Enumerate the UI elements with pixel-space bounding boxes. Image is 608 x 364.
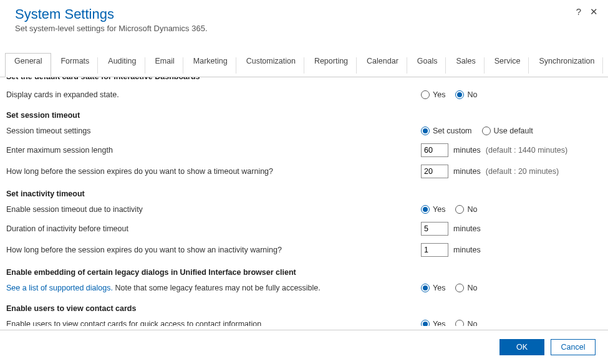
- tab-mobile-client[interactable]: Mobile Client: [604, 53, 608, 77]
- session-max-input[interactable]: [421, 143, 448, 157]
- tab-synchronization[interactable]: Synchronization: [529, 53, 604, 77]
- legacy-no[interactable]: No: [455, 284, 477, 292]
- tab-goals[interactable]: Goals: [408, 53, 447, 77]
- close-icon[interactable]: ✕: [590, 6, 598, 17]
- inactivity-enable-no[interactable]: No: [455, 205, 477, 214]
- inactivity-warn-label: How long before the session expires do y…: [6, 246, 421, 254]
- session-warn-hint: (default : 20 minutes): [486, 167, 559, 176]
- row-session-settings: Session timeout settings Set custom Use …: [6, 122, 602, 140]
- session-settings-radios: Set custom Use default: [421, 127, 539, 135]
- session-max-hint: (default : 1440 minutes): [486, 146, 567, 155]
- tab-general[interactable]: General: [5, 53, 51, 77]
- inactivity-enable-yes[interactable]: Yes: [421, 205, 445, 214]
- display-cards-radios: Yes No: [421, 90, 483, 99]
- legacy-dialogs-note: Note that some legacy features may not b…: [113, 284, 321, 292]
- dialog-footer: OK Cancel: [0, 330, 608, 364]
- inactivity-duration-label: Duration of inactivity before timeout: [6, 224, 421, 233]
- tab-sales[interactable]: Sales: [446, 53, 485, 77]
- section-dashboards-header: Set the default card state for Interacti…: [6, 77, 602, 85]
- display-cards-label: Display cards in expanded state.: [6, 90, 421, 99]
- session-warn-label: How long before the session expires do y…: [6, 167, 421, 176]
- cancel-button[interactable]: Cancel: [551, 339, 596, 355]
- legacy-dialogs-link[interactable]: See a list of supported dialogs.: [6, 284, 113, 292]
- tab-bar: GeneralFormatsAuditingEmailMarketingCust…: [0, 53, 608, 77]
- inactivity-warn-input[interactable]: [421, 243, 448, 257]
- tab-service[interactable]: Service: [485, 53, 530, 77]
- dialog-subtitle: Set system-level settings for Microsoft …: [15, 24, 593, 33]
- ok-button[interactable]: OK: [499, 339, 544, 355]
- row-inactivity-duration: Duration of inactivity before timeout mi…: [6, 218, 602, 239]
- row-inactivity-enable: Enable session timeout due to inactivity…: [6, 201, 602, 218]
- display-cards-yes[interactable]: Yes: [421, 90, 445, 99]
- row-session-max: Enter maximum session length minutes (de…: [6, 140, 602, 161]
- legacy-dialogs-text: See a list of supported dialogs. Note th…: [6, 284, 421, 292]
- tab-marketing[interactable]: Marketing: [184, 53, 237, 77]
- dialog-header: System Settings Set system-level setting…: [0, 0, 608, 37]
- session-default-radio[interactable]: Use default: [482, 127, 533, 135]
- inactivity-duration-input[interactable]: [421, 222, 448, 236]
- help-icon[interactable]: ?: [576, 6, 581, 17]
- legacy-yes[interactable]: Yes: [421, 284, 445, 292]
- tab-customization[interactable]: Customization: [237, 53, 305, 77]
- dialog-title: System Settings: [15, 6, 593, 22]
- section-legacy-dialogs: Enable embedding of certain legacy dialo…: [6, 261, 602, 279]
- header-actions: ? ✕: [576, 6, 598, 17]
- inactivity-duration-unit: minutes: [453, 224, 481, 233]
- display-cards-no[interactable]: No: [455, 90, 477, 99]
- tab-email[interactable]: Email: [146, 53, 184, 77]
- session-settings-label: Session timeout settings: [6, 127, 421, 135]
- section-contact-cards: Enable users to view contact cards: [6, 297, 602, 315]
- tab-auditing[interactable]: Auditing: [99, 53, 145, 77]
- session-custom-radio[interactable]: Set custom: [421, 127, 472, 135]
- row-display-cards: Display cards in expanded state. Yes No: [6, 86, 602, 103]
- row-inactivity-warn: How long before the session expires do y…: [6, 239, 602, 261]
- contact-no[interactable]: No: [455, 320, 477, 326]
- session-max-unit: minutes: [453, 146, 481, 155]
- session-warn-unit: minutes: [453, 167, 481, 176]
- session-warn-input[interactable]: [421, 165, 448, 178]
- contact-cards-label: Enable users to view contact cards for q…: [6, 320, 421, 326]
- inactivity-enable-label: Enable session timeout due to inactivity: [6, 205, 421, 214]
- tab-formats[interactable]: Formats: [51, 53, 99, 77]
- section-inactivity-timeout: Set inactivity timeout: [6, 182, 602, 201]
- row-legacy-dialogs: See a list of supported dialogs. Note th…: [6, 279, 602, 297]
- row-session-warn: How long before the session expires do y…: [6, 161, 602, 182]
- section-session-timeout: Set session timeout: [6, 103, 602, 122]
- contact-yes[interactable]: Yes: [421, 320, 445, 326]
- session-max-label: Enter maximum session length: [6, 146, 421, 155]
- row-contact-cards: Enable users to view contact cards for q…: [6, 315, 602, 326]
- tab-reporting[interactable]: Reporting: [305, 53, 357, 77]
- inactivity-warn-unit: minutes: [453, 246, 481, 254]
- settings-content: Set the default card state for Interacti…: [0, 77, 608, 326]
- tab-calendar[interactable]: Calendar: [357, 53, 408, 77]
- system-settings-dialog: System Settings Set system-level setting…: [0, 0, 608, 364]
